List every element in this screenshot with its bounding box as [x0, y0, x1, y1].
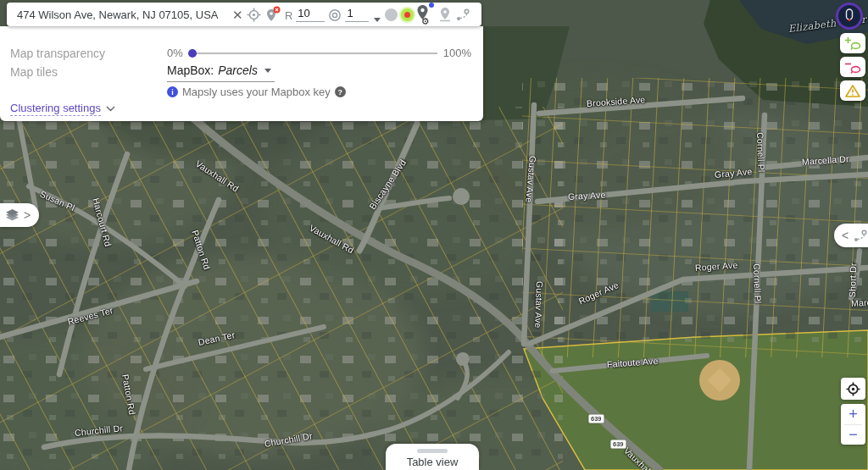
my-location-button[interactable]: [841, 378, 865, 400]
gray-circle-icon: [385, 8, 398, 21]
lasso-subtract-button[interactable]: [840, 57, 865, 77]
transparency-slider-row: 0% 100%: [167, 47, 471, 59]
map-settings-button[interactable]: ⚙: [417, 5, 434, 24]
info-icon: i: [167, 86, 178, 97]
tiles-note-text: Mapsly uses your Mapbox key: [182, 86, 331, 98]
cluster-icon: [401, 8, 414, 21]
cluster-marker-toggle[interactable]: [401, 8, 414, 21]
top-toolbar: ✕ R: [7, 3, 481, 26]
clustering-link-text: Clustering settings: [10, 102, 101, 116]
transparency-label: Map transparency: [10, 47, 105, 60]
crosshair-icon: [247, 8, 261, 22]
chevron-right-icon: >: [24, 209, 31, 221]
tiles-style-value: Parcels: [218, 64, 258, 77]
radius-value-input[interactable]: [345, 7, 369, 22]
r-label: R: [285, 9, 292, 22]
remove-pin-button[interactable]: [264, 6, 281, 23]
toolbar-icons: ✕ R: [227, 5, 481, 24]
pin-columns-icon: [437, 7, 453, 22]
slider-max-label: 100%: [443, 47, 471, 59]
table-view-label: Table view: [386, 456, 479, 468]
radius-r-field: R: [285, 7, 325, 22]
layers-panel-toggle[interactable]: >: [0, 203, 39, 227]
lasso-minus-icon: [844, 60, 861, 74]
tiles-provider: MapBox:: [167, 64, 214, 77]
close-icon: ✕: [232, 8, 243, 21]
lasso-add-button[interactable]: [840, 33, 865, 53]
chevron-down-icon: [374, 18, 381, 22]
route-panel-toggle[interactable]: <: [834, 224, 868, 247]
locate-target-button[interactable]: [247, 8, 261, 22]
drag-handle[interactable]: [417, 449, 448, 453]
radius-dropdown[interactable]: [372, 18, 381, 22]
pin-list-button[interactable]: [437, 7, 453, 22]
r-value-input[interactable]: [296, 7, 325, 22]
zoom-out-button[interactable]: −: [841, 425, 865, 445]
clear-search-button[interactable]: ✕: [232, 8, 243, 21]
clustering-settings-link[interactable]: Clustering settings: [10, 102, 115, 116]
search-input[interactable]: [7, 8, 227, 21]
table-view-sheet[interactable]: Table view: [386, 444, 479, 470]
tiles-note-row: i Mapsly uses your Mapbox key ?: [167, 86, 346, 98]
radius-unit-field: [328, 7, 381, 22]
slider-knob[interactable]: [188, 49, 197, 58]
chevron-down-icon: [106, 106, 115, 112]
lasso-plus-icon: [844, 36, 861, 50]
pegman-icon: [843, 8, 855, 24]
notification-dot: [429, 3, 434, 8]
route-icon: [456, 8, 470, 21]
warning-triangle-icon: [844, 84, 861, 98]
plain-marker-toggle[interactable]: [385, 8, 398, 21]
route-button[interactable]: [456, 8, 470, 21]
zoom-in-button[interactable]: +: [841, 404, 865, 424]
pin-settings-icon: ⚙: [417, 5, 434, 24]
gear-icon: ⚙: [421, 17, 430, 26]
transparency-slider[interactable]: [189, 53, 437, 54]
layers-icon: [5, 209, 19, 222]
chevron-left-icon: <: [842, 229, 849, 241]
circle-radius-icon: [328, 8, 342, 22]
route-icon: [854, 229, 867, 242]
map-settings-panel: Map transparency 0% 100% Map tiles MapBo…: [0, 26, 483, 121]
pin-remove-icon: [264, 6, 281, 23]
avatar-button[interactable]: [836, 3, 863, 30]
locate-icon: [846, 382, 860, 396]
tiles-label: Map tiles: [10, 65, 58, 79]
help-icon[interactable]: ?: [335, 86, 346, 97]
warning-button[interactable]: [840, 80, 865, 101]
zoom-control: + −: [841, 404, 865, 445]
tiles-select[interactable]: MapBox: Parcels: [167, 64, 275, 82]
slider-min-label: 0%: [167, 47, 183, 59]
chevron-down-icon: [264, 69, 271, 73]
